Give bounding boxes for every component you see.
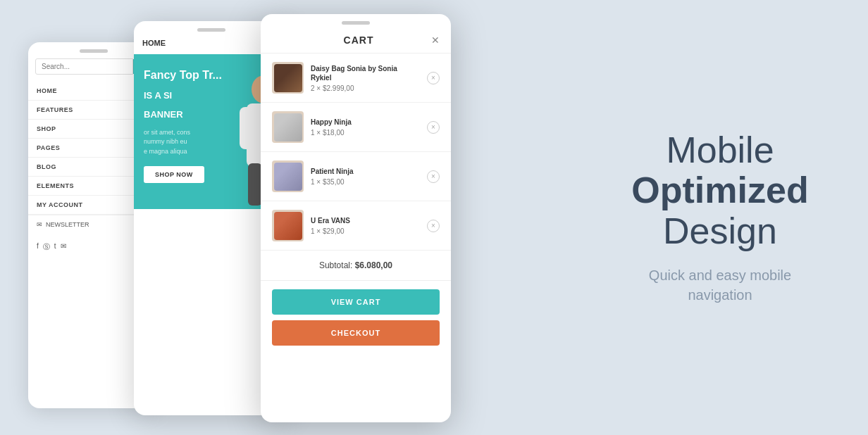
cart-item: U Era VANS 1 × $29,00 × (261, 201, 451, 251)
checkout-button[interactable]: CHECKOUT (272, 320, 440, 346)
cart-item-qty: 1 × $18,00 (311, 129, 420, 137)
cart-items-list: Daisy Bag Sonia by Sonia Rykiel 2 × $2.9… (261, 53, 451, 251)
cart-title: CART (286, 34, 431, 46)
facebook-icon[interactable]: f (37, 242, 39, 252)
promo-subtitle: Quick and easy mobile navigation (649, 265, 791, 305)
twitter-icon[interactable]: t (54, 242, 56, 252)
cart-actions: VIEW CART CHECKOUT (261, 281, 451, 354)
svg-rect-4 (248, 163, 262, 206)
instagram-icon[interactable]: Ⓢ (43, 242, 50, 252)
sidebar-item-label: FEATURES (37, 106, 73, 113)
newsletter-label: NEWSLETTER (46, 221, 89, 228)
cart-item-remove-button[interactable]: × (427, 72, 440, 84)
sidebar-item-label: SHOP (37, 125, 56, 132)
cart-item-image (272, 62, 304, 94)
cart-item-image (272, 210, 304, 241)
search-input[interactable] (35, 58, 133, 75)
cart-item-image (272, 160, 304, 192)
cart-item-remove-button[interactable]: × (427, 170, 440, 183)
svg-rect-2 (240, 107, 252, 149)
subtotal-value: $6.080,00 (355, 260, 392, 270)
cart-item-info: U Era VANS 1 × $29,00 (311, 216, 420, 235)
cart-item-info: Patient Ninja 1 × $35,00 (311, 167, 420, 186)
cart-item-info: Daisy Bag Sonia by Sonia Rykiel 2 × $2.9… (311, 64, 420, 92)
cart-item-qty: 2 × $2.999,00 (311, 84, 420, 92)
email-icon[interactable]: ✉ (61, 242, 66, 252)
view-cart-button[interactable]: VIEW CART (272, 289, 440, 315)
cart-item-qty: 1 × $29,00 (311, 227, 420, 235)
subtotal-label: Subtotal: (319, 260, 352, 270)
promo-line1: Mobile (666, 130, 774, 170)
phone-notch (80, 49, 108, 53)
left-section: 🔍 HOME ⌄ FEATURES ⌄ SHOP ⌄ PAGES ⌄ BLOG … (0, 0, 528, 435)
sidebar-item-label: ELEMENTS (37, 182, 74, 189)
cart-item-name: U Era VANS (311, 216, 420, 225)
phone-cart: CART ✕ Daisy Bag Sonia by Sonia Rykiel 2… (261, 14, 451, 422)
cart-item-image (272, 111, 304, 143)
cart-subtotal: Subtotal: $6.080,00 (261, 251, 451, 281)
sidebar-item-label: MY ACCOUNT (37, 201, 83, 208)
hoodie-image (274, 163, 302, 191)
promo-section: Mobile Optimized Design Quick and easy m… (572, 0, 868, 435)
bag-image (274, 64, 302, 92)
sidebar-item-label: HOME (37, 87, 57, 94)
promo-title: Mobile Optimized Design (631, 130, 808, 251)
cart-close-button[interactable]: ✕ (431, 34, 440, 46)
shop-now-button[interactable]: SHOP NOW (144, 166, 204, 183)
envelope-icon: ✉ (37, 221, 42, 228)
subtitle-line2: navigation (688, 287, 752, 303)
cart-item-qty: 1 × $35,00 (311, 178, 420, 186)
cart-item: Happy Ninja 1 × $18,00 × (261, 103, 451, 152)
promo-line2: Optimized (631, 170, 808, 210)
tshirt-image (274, 113, 302, 141)
subtitle-line1: Quick and easy mobile (649, 267, 791, 283)
cart-item-remove-button[interactable]: × (427, 220, 440, 232)
pants-image (274, 212, 302, 240)
cart-item: Patient Ninja 1 × $35,00 × (261, 152, 451, 201)
cart-item: Daisy Bag Sonia by Sonia Rykiel 2 × $2.9… (261, 53, 451, 103)
cart-item-name: Happy Ninja (311, 118, 420, 127)
banner-title: HOME (142, 39, 166, 47)
sidebar-item-label: PAGES (37, 144, 60, 151)
promo-line3: Design (663, 210, 777, 251)
cart-modal-header: CART ✕ (261, 25, 451, 53)
cart-item-remove-button[interactable]: × (427, 121, 440, 134)
cart-item-info: Happy Ninja 1 × $18,00 (311, 118, 420, 137)
cart-item-name: Patient Ninja (311, 167, 420, 176)
sidebar-item-label: BLOG (37, 163, 56, 170)
cart-item-name: Daisy Bag Sonia by Sonia Rykiel (311, 64, 420, 82)
